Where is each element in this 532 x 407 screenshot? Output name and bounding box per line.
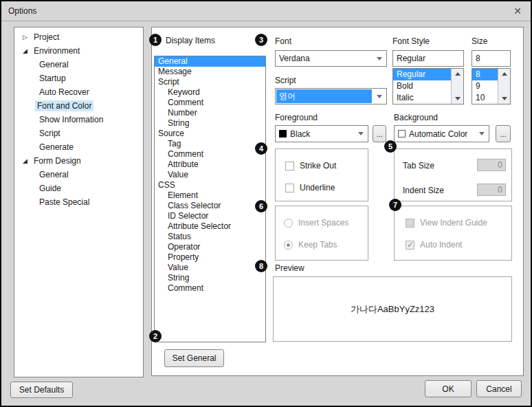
settings-tree: ▷Project◢EnvironmentGeneralStartupAuto R… (14, 28, 143, 209)
strike-out-checkbox[interactable] (285, 162, 294, 170)
tree-item-startup[interactable]: Startup (14, 72, 143, 85)
chevron-down-icon (354, 132, 368, 135)
font-style-input[interactable]: Regular (392, 50, 464, 67)
tree-item-label: Show Information (37, 114, 105, 125)
indent-size-label: Indent Size (403, 186, 444, 195)
display-item-css[interactable]: CSS (155, 180, 265, 190)
tree-item-label: Font and Color (35, 100, 93, 111)
tree-item-label: Environment (32, 45, 82, 56)
display-item-property[interactable]: Property (155, 252, 265, 263)
font-style-list[interactable]: RegularBoldItalic (392, 68, 464, 104)
font-combobox[interactable]: Verdana (275, 50, 387, 67)
font-style-scrollbar[interactable] (451, 69, 463, 104)
font-style-label: Font Style (392, 36, 430, 46)
tree-item-label: Script (37, 128, 63, 139)
close-icon[interactable]: ✕ (510, 4, 525, 18)
font-size-input[interactable]: 8 (472, 50, 511, 67)
tree-item-label: Project (32, 32, 61, 43)
display-item-id-selector[interactable]: ID Selector (155, 211, 265, 221)
automatic-color-swatch (398, 130, 406, 138)
underline-label: Underline (300, 183, 335, 192)
tree-item-label: General (37, 169, 71, 180)
indent-size-input: 0 (477, 184, 506, 196)
tree-item-label: Startup (37, 73, 68, 84)
keep-tabs-radio (284, 241, 293, 250)
tree-item-auto-recover[interactable]: Auto Recover (14, 85, 143, 99)
display-item-value[interactable]: Value (155, 263, 265, 273)
display-item-tag[interactable]: Tag (155, 139, 265, 149)
tree-item-font-and-color[interactable]: Font and Color (14, 99, 143, 113)
display-item-status[interactable]: Status (155, 232, 265, 242)
size-label: Size (472, 36, 487, 46)
auto-indent-label: Auto Indent (420, 240, 462, 250)
display-item-attribute[interactable]: Attribute (155, 160, 265, 170)
display-item-comment[interactable]: Comment (155, 149, 265, 160)
font-label: Font (275, 36, 291, 46)
underline-checkbox[interactable] (285, 184, 294, 192)
background-value: Automatic Color (406, 129, 475, 139)
chevron-down-icon (373, 95, 386, 98)
options-dialog: Options ✕ ▷Project◢EnvironmentGeneralSta… (0, 0, 532, 407)
font-size-list[interactable]: 8910 (472, 68, 511, 104)
expanded-icon[interactable]: ◢ (21, 157, 30, 164)
scroll-down-icon[interactable] (498, 94, 510, 104)
tree-item-general[interactable]: General (14, 58, 143, 72)
font-size-option-8[interactable]: 8 (472, 69, 498, 80)
tree-item-generate[interactable]: Generate (14, 140, 143, 154)
background-more-button[interactable]: ... (496, 125, 511, 142)
script-label: Script (275, 76, 296, 85)
background-label: Background (394, 113, 438, 122)
tree-item-label: Paste Special (37, 197, 91, 208)
scroll-down-icon[interactable] (452, 94, 463, 104)
foreground-more-button[interactable]: ... (373, 125, 386, 142)
tab-size-input: 0 (477, 159, 506, 171)
display-item-number[interactable]: Number (155, 108, 265, 118)
tree-item-guide[interactable]: Guide (14, 182, 143, 195)
expanded-icon[interactable]: ◢ (21, 47, 30, 54)
font-style-option-bold[interactable]: Bold (393, 80, 452, 92)
tree-item-form-design[interactable]: ◢Form Design (14, 154, 143, 168)
indent-options-group: View Indent Guide Auto Indent (394, 206, 512, 261)
display-item-string[interactable]: String (155, 273, 265, 283)
foreground-combobox[interactable]: Black (275, 125, 368, 142)
tree-item-environment[interactable]: ◢Environment (14, 44, 143, 58)
script-combobox[interactable]: 영어 (275, 88, 387, 104)
font-style-option-italic[interactable]: Italic (393, 92, 452, 104)
tree-item-show-information[interactable]: Show Information (14, 113, 143, 126)
font-style-option-regular[interactable]: Regular (393, 69, 452, 80)
display-item-source[interactable]: Source (155, 129, 265, 139)
font-size-option-9[interactable]: 9 (472, 80, 498, 92)
display-item-value[interactable]: Value (155, 170, 265, 180)
scroll-up-icon[interactable] (498, 69, 510, 79)
display-item-operator[interactable]: Operator (155, 242, 265, 252)
display-item-class-selector[interactable]: Class Selector (155, 201, 265, 211)
view-indent-guide-checkbox (406, 219, 414, 228)
display-item-keyword[interactable]: Keyword (155, 87, 265, 98)
set-general-button[interactable]: Set General (164, 349, 224, 367)
display-item-attribute-selector[interactable]: Attribute Selector (155, 221, 265, 232)
settings-tree-panel: ▷Project◢EnvironmentGeneralStartupAuto R… (14, 27, 144, 377)
font-size-option-10[interactable]: 10 (472, 92, 498, 104)
display-item-message[interactable]: Message (155, 67, 265, 77)
set-defaults-button[interactable]: Set Defaults (10, 382, 73, 398)
display-item-script[interactable]: Script (155, 77, 265, 87)
ok-button[interactable]: OK (425, 380, 472, 397)
collapsed-icon[interactable]: ▷ (21, 34, 30, 41)
cancel-button[interactable]: Cancel (476, 380, 522, 397)
display-item-string[interactable]: String (155, 118, 265, 129)
display-item-element[interactable]: Element (155, 190, 265, 201)
font-size-scrollbar[interactable] (498, 69, 510, 104)
tree-item-paste-special[interactable]: Paste Special (14, 195, 143, 209)
scroll-up-icon[interactable] (452, 69, 463, 79)
display-item-general[interactable]: General (155, 56, 265, 67)
tree-item-label: General (37, 59, 71, 70)
display-item-comment[interactable]: Comment (155, 98, 265, 108)
tab-size-group: Tab Size 0 Indent Size 0 (394, 148, 512, 201)
effects-group: Strike Out Underline (275, 148, 368, 201)
display-items-list[interactable]: GeneralMessageScriptKeywordCommentNumber… (154, 56, 266, 342)
tree-item-script[interactable]: Script (14, 126, 143, 140)
tree-item-project[interactable]: ▷Project (14, 30, 143, 44)
display-item-comment[interactable]: Comment (155, 283, 265, 294)
tree-item-general[interactable]: General (14, 168, 143, 182)
background-combobox[interactable]: Automatic Color (394, 125, 489, 142)
